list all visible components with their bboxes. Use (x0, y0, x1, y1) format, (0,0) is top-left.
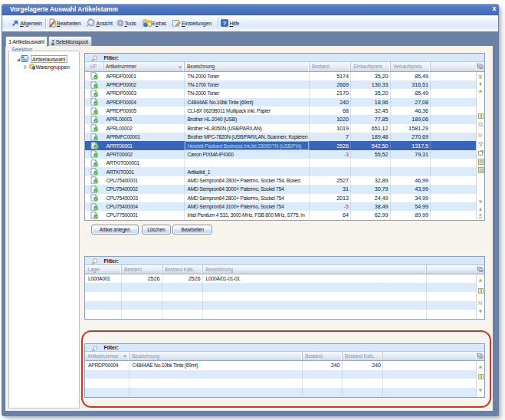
svg-text:M: M (478, 133, 482, 138)
svg-text:?: ? (222, 19, 226, 26)
svg-text:M: M (478, 300, 482, 306)
